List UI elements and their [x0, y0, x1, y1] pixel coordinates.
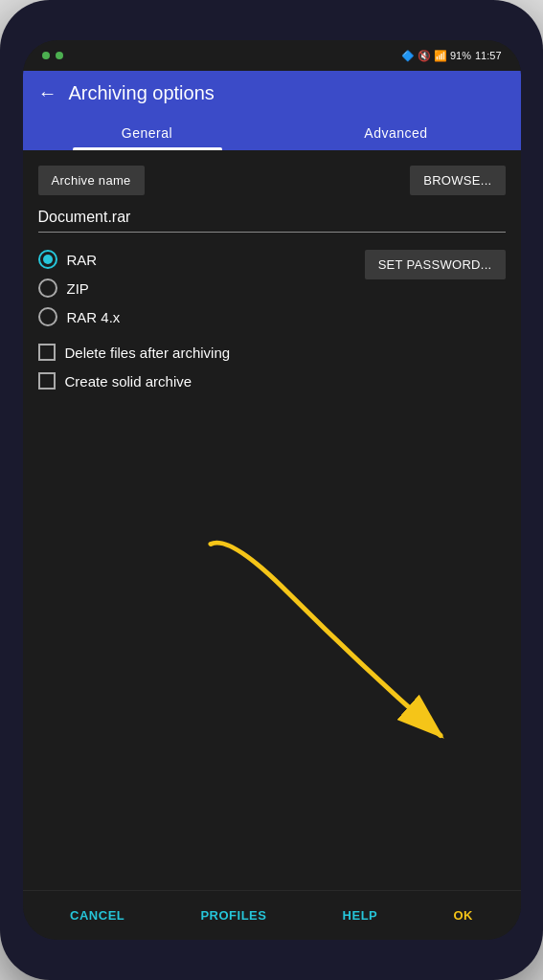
- radio-zip[interactable]: [38, 278, 57, 298]
- cancel-button[interactable]: CANCEL: [62, 904, 132, 926]
- status-bar: 🔷 🔇 📶 91% 11:57: [23, 40, 521, 71]
- phone-frame: 🔷 🔇 📶 91% 11:57 ← Archiving options Gene…: [0, 0, 543, 980]
- checkbox-delete-files[interactable]: [38, 344, 56, 361]
- status-time: 11:57: [475, 50, 502, 61]
- set-password-button[interactable]: SET PASSWORD...: [365, 250, 506, 279]
- delete-files-row[interactable]: Delete files after archiving: [38, 344, 506, 361]
- archive-name-row: Archive name BROWSE...: [38, 166, 506, 195]
- archive-name-button[interactable]: Archive name: [38, 166, 145, 195]
- checkbox-solid-archive[interactable]: [38, 372, 56, 390]
- checkbox-solid-archive-label: Create solid archive: [65, 373, 192, 390]
- checkbox-delete-files-label: Delete files after archiving: [65, 345, 231, 361]
- bottom-bar: CANCEL PROFILES HELP OK: [23, 890, 521, 940]
- top-bar: ← Archiving options: [23, 71, 521, 116]
- ok-button[interactable]: OK: [445, 904, 481, 926]
- archive-name-input[interactable]: [38, 203, 506, 233]
- help-button[interactable]: HELP: [335, 904, 386, 926]
- radio-rar4-label: RAR 4.x: [67, 309, 121, 325]
- format-rar-row[interactable]: RAR: [38, 250, 121, 269]
- content-area: Archive name BROWSE... RAR ZIP: [23, 150, 521, 890]
- arrow-annotation: [38, 405, 506, 875]
- solid-archive-row[interactable]: Create solid archive: [38, 372, 506, 390]
- checkbox-group: Delete files after archiving Create soli…: [38, 344, 506, 390]
- back-button[interactable]: ←: [38, 82, 57, 104]
- radio-zip-label: ZIP: [67, 280, 89, 297]
- radio-rar4[interactable]: [38, 307, 57, 326]
- tab-bar: General Advanced: [23, 116, 521, 150]
- camera-dot-1: [42, 52, 50, 59]
- format-zip-row[interactable]: ZIP: [38, 278, 121, 298]
- camera-dot-2: [56, 52, 63, 59]
- status-icons: 🔷 🔇 📶 91%: [401, 50, 471, 62]
- profiles-button[interactable]: PROFILES: [192, 904, 274, 926]
- radio-rar-label: RAR: [67, 252, 98, 268]
- tab-advanced[interactable]: Advanced: [272, 116, 521, 150]
- format-radio-group: RAR ZIP RAR 4.x: [38, 250, 121, 326]
- format-section: RAR ZIP RAR 4.x SET PASSWORD...: [38, 250, 506, 326]
- tab-general[interactable]: General: [23, 116, 272, 150]
- browse-button[interactable]: BROWSE...: [410, 166, 505, 195]
- radio-rar[interactable]: [38, 250, 57, 269]
- phone-screen: 🔷 🔇 📶 91% 11:57 ← Archiving options Gene…: [23, 40, 521, 940]
- format-rar4-row[interactable]: RAR 4.x: [38, 307, 121, 326]
- page-title: Archiving options: [69, 82, 215, 104]
